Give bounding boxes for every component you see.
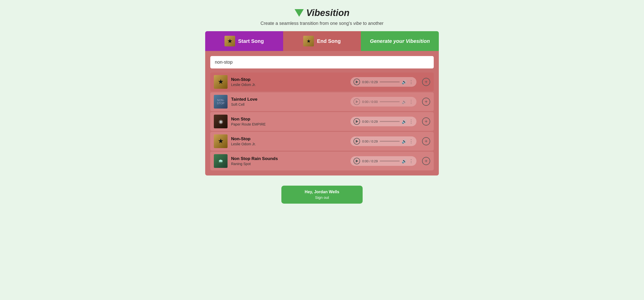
subtitle-text-before: Create a seamless transition from one so… (261, 21, 353, 26)
time-display: 0:00 / 0:00 (362, 100, 378, 104)
progress-bar[interactable] (380, 101, 400, 102)
add-song-button[interactable]: + (422, 117, 430, 126)
tab-start-song[interactable]: Start Song (205, 31, 283, 51)
table-row: Non-Stop Leslie Odom Jr. 0:00 / 0:29 🔊 ⋮… (210, 73, 434, 91)
logo-row: Vibesition (295, 8, 350, 18)
subtitle-text-after: to another (362, 21, 383, 26)
song-info: Non-Stop Leslie Odom Jr. (231, 136, 347, 146)
audio-controls: 0:00 / 0:29 🔊 ⋮ (350, 136, 416, 146)
end-song-label: End Song (317, 38, 341, 44)
table-row: NON-STOP Tainted Love Soft Cell 0:00 / 0… (210, 92, 434, 111)
play-button[interactable] (353, 138, 360, 145)
generate-label: Generate your Vibesition (370, 38, 430, 44)
song-info: Non Stop Paper Route EMPIRE (231, 117, 347, 126)
song-thumbnail (214, 115, 228, 128)
generate-label-pre: Generate your (370, 38, 406, 44)
time-display: 0:00 / 0:29 (362, 159, 378, 163)
search-input[interactable] (210, 56, 434, 68)
progress-bar[interactable] (380, 141, 400, 142)
user-greeting: Hey, Jordan Wells (292, 190, 352, 194)
user-panel[interactable]: Hey, Jordan Wells Sign out (281, 186, 363, 204)
more-options-icon[interactable]: ⋮ (409, 99, 413, 104)
song-list: Non-Stop Leslie Odom Jr. 0:00 / 0:29 🔊 ⋮… (210, 73, 434, 170)
song-artist: Raning Spot (231, 162, 347, 166)
song-title: Tainted Love (231, 97, 347, 102)
app-header: Vibesition Create a seamless transition … (261, 8, 384, 26)
add-song-button[interactable]: + (422, 78, 430, 86)
song-title: Non-Stop (231, 136, 347, 142)
progress-bar[interactable] (380, 161, 400, 162)
add-song-button[interactable]: + (422, 157, 430, 165)
add-song-button[interactable]: + (422, 137, 430, 145)
table-row: Non Stop Rain Sounds Raning Spot 0:00 / … (210, 152, 434, 170)
more-options-icon[interactable]: ⋮ (409, 79, 413, 85)
start-song-icon (224, 36, 235, 46)
signout-button[interactable]: Sign out (292, 195, 352, 200)
song-info: Tainted Love Soft Cell (231, 97, 347, 107)
song-artist: Leslie Odom Jr. (231, 142, 347, 146)
song-title: Non Stop (231, 117, 347, 122)
logo-triangle-icon (295, 9, 304, 17)
tab-bar: Start Song End Song Generate your Vibesi… (205, 31, 439, 51)
song-thumbnail (214, 134, 228, 148)
volume-icon[interactable]: 🔊 (402, 99, 407, 104)
table-row: Non Stop Paper Route EMPIRE 0:00 / 0:29 … (210, 112, 434, 131)
play-button[interactable] (353, 118, 360, 125)
time-display: 0:00 / 0:29 (362, 120, 378, 123)
audio-controls: 0:00 / 0:00 🔊 ⋮ (350, 97, 416, 107)
song-thumbnail (214, 154, 228, 168)
start-song-label: Start Song (238, 38, 264, 44)
tab-end-song[interactable]: End Song (283, 31, 361, 51)
audio-controls: 0:00 / 0:29 🔊 ⋮ (350, 117, 416, 126)
song-title: Non-Stop (231, 77, 347, 82)
play-button[interactable] (353, 158, 360, 164)
subtitle: Create a seamless transition from one so… (261, 21, 384, 26)
app-title: Vibesition (306, 8, 350, 18)
song-artist: Leslie Odom Jr. (231, 83, 347, 87)
progress-bar[interactable] (380, 81, 400, 82)
volume-icon[interactable]: 🔊 (402, 119, 407, 124)
table-row: Non-Stop Leslie Odom Jr. 0:00 / 0:29 🔊 ⋮… (210, 132, 434, 151)
song-title: Non Stop Rain Sounds (231, 156, 347, 161)
volume-icon[interactable]: 🔊 (402, 139, 407, 144)
generate-label-italic: Vibesition (406, 38, 430, 44)
audio-controls: 0:00 / 0:29 🔊 ⋮ (350, 156, 416, 166)
add-song-button[interactable]: + (422, 98, 430, 106)
song-info: Non-Stop Leslie Odom Jr. (231, 77, 347, 87)
song-artist: Soft Cell (231, 102, 347, 107)
play-button[interactable] (353, 79, 360, 85)
main-container: Start Song End Song Generate your Vibesi… (205, 31, 439, 175)
time-display: 0:00 / 0:29 (362, 139, 378, 143)
audio-controls: 0:00 / 0:29 🔊 ⋮ (350, 77, 416, 87)
more-options-icon[interactable]: ⋮ (409, 158, 413, 164)
song-artist: Paper Route EMPIRE (231, 122, 347, 126)
more-options-icon[interactable]: ⋮ (409, 119, 413, 124)
volume-icon[interactable]: 🔊 (402, 80, 407, 84)
subtitle-italic: vibe (353, 21, 362, 26)
content-area: Non-Stop Leslie Odom Jr. 0:00 / 0:29 🔊 ⋮… (205, 51, 439, 175)
song-thumbnail (214, 75, 228, 89)
progress-bar[interactable] (380, 121, 400, 122)
time-display: 0:00 / 0:29 (362, 80, 378, 84)
song-thumbnail: NON-STOP (214, 95, 228, 109)
tab-generate[interactable]: Generate your Vibesition (361, 31, 439, 51)
play-button[interactable] (353, 98, 360, 105)
end-song-icon (303, 36, 314, 46)
volume-icon[interactable]: 🔊 (402, 159, 407, 164)
more-options-icon[interactable]: ⋮ (409, 138, 413, 144)
song-info: Non Stop Rain Sounds Raning Spot (231, 156, 347, 166)
